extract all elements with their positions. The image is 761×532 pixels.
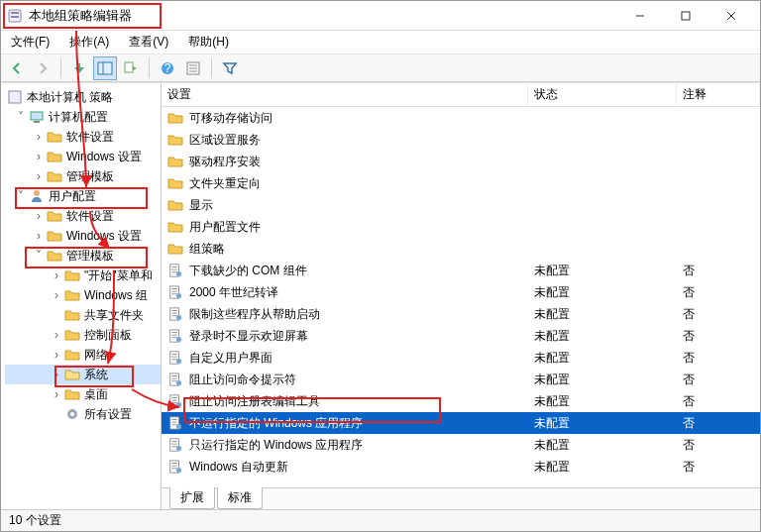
column-header-state[interactable]: 状态 [528,83,677,106]
setting-icon [167,459,183,475]
expand-icon[interactable]: › [33,151,45,162]
expand-icon[interactable]: › [51,349,62,361]
cell-name: 限制这些程序从帮助启动 [162,306,528,323]
svg-point-31 [176,359,181,364]
list-item-state: 未配置 [528,284,677,301]
gpedit-window: 本地组策略编辑器 文件(F) 操作(A) 查看(V) 帮助(H) ? 本地计算 [0,0,761,532]
list-row[interactable]: 显示 [162,194,760,216]
menu-file[interactable]: 文件(F) [5,32,55,53]
list-row[interactable]: 自定义用户界面未配置否 [162,347,760,369]
list-row[interactable]: Windows 自动更新未配置否 [162,456,760,478]
cell-name: 驱动程序安装 [162,154,528,170]
settings-icon [64,406,80,422]
folder-icon [64,327,80,343]
expand-icon[interactable]: › [33,210,45,222]
properties-button[interactable] [181,56,205,80]
filter-button[interactable] [218,56,242,80]
expand-icon[interactable]: › [33,131,45,143]
help-button[interactable]: ? [156,56,179,80]
list-row[interactable]: 阻止访问命令提示符未配置否 [162,369,760,390]
setting-icon [167,328,183,344]
folder-icon [167,154,183,169]
folder-icon [167,132,183,148]
status-bar: 10 个设置 [1,509,760,531]
close-button[interactable] [708,2,754,30]
list-row[interactable]: 登录时不显示欢迎屏幕未配置否 [162,325,760,347]
list-item-note: 否 [677,306,760,323]
list-pane: 设置 状态 注释 可移动存储访问区域设置服务驱动程序安装文件夹重定向显示用户配置… [162,83,760,509]
list-body[interactable]: 可移动存储访问区域设置服务驱动程序安装文件夹重定向显示用户配置文件组策略下载缺少… [162,107,760,487]
annotation-box-system [54,366,134,387]
annotation-arrow-2 [80,209,140,255]
list-item-state: 未配置 [528,263,677,279]
expand-icon[interactable]: › [51,329,62,341]
setting-icon [167,437,183,453]
folder-icon [167,110,183,126]
annotation-arrow-1 [56,29,136,197]
tree-label: 桌面 [84,386,108,403]
back-button[interactable] [5,56,29,80]
setting-icon [167,350,183,366]
setting-icon [167,306,183,322]
list-row[interactable]: 2000 年世纪转译未配置否 [162,281,760,303]
list-row[interactable]: 驱动程序安装 [162,151,760,172]
menu-help[interactable]: 帮助(H) [182,32,235,53]
column-label: 状态 [534,86,558,103]
expand-icon[interactable]: › [51,289,62,301]
folder-icon [64,287,80,303]
column-label: 设置 [167,86,191,103]
folder-icon [64,307,80,323]
list-item-state: 未配置 [528,306,677,323]
svg-rect-16 [9,91,21,103]
list-item-name: 区域设置服务 [189,132,261,149]
list-item-name: 显示 [189,197,213,214]
expand-icon[interactable]: › [33,170,45,182]
toolbar-separator [149,58,150,78]
svg-point-23 [176,271,181,276]
expand-icon[interactable]: › [51,269,62,281]
list-item-note: 否 [677,372,760,388]
column-header-name[interactable]: 设置 [162,83,528,106]
svg-point-25 [176,293,181,298]
column-header-note[interactable]: 注释 [677,83,760,106]
expand-icon[interactable]: › [33,230,45,242]
tab-extended[interactable]: 扩展 [169,487,215,509]
list-row[interactable]: 可移动存储访问 [162,107,760,129]
list-item-state: 未配置 [528,437,677,454]
list-row[interactable]: 区域设置服务 [162,129,760,151]
list-item-note: 否 [677,393,760,410]
folder-icon [64,386,80,402]
toolbar-separator [211,58,212,78]
cell-name: 自定义用户界面 [162,350,528,367]
list-item-name: Windows 自动更新 [189,459,288,476]
forward-button[interactable] [31,56,54,80]
list-row[interactable]: 只运行指定的 Windows 应用程序未配置否 [162,434,760,456]
list-item-name: 驱动程序安装 [189,154,261,170]
list-row[interactable]: 用户配置文件 [162,216,760,238]
svg-point-37 [176,424,181,429]
list-row[interactable]: 组策略 [162,238,760,260]
tabs-row: 扩展 标准 [162,487,760,509]
collapse-icon[interactable]: ˅ [15,111,27,123]
list-row[interactable]: 文件夹重定向 [162,172,760,194]
list-item-note: 否 [677,284,760,301]
list-item-name: 只运行指定的 Windows 应用程序 [189,437,363,454]
folder-icon [167,219,183,235]
cell-name: 组策略 [162,241,528,258]
tab-standard[interactable]: 标准 [217,487,263,509]
svg-point-39 [176,446,181,451]
maximize-button[interactable] [663,2,708,30]
list-item-name: 限制这些程序从帮助启动 [189,306,320,323]
annotation-arrow-3 [104,268,163,368]
list-item-state: 未配置 [528,328,677,345]
annotation-box-title [3,3,162,29]
list-item-state: 未配置 [528,415,677,432]
minimize-button[interactable] [617,2,663,30]
list-row[interactable]: 限制这些程序从帮助启动未配置否 [162,303,760,325]
list-item-name: 2000 年世纪转译 [189,284,278,301]
list-item-note: 否 [677,459,760,476]
folder-icon [167,197,183,213]
expand-icon[interactable]: › [51,388,62,400]
cell-name: 显示 [162,197,528,214]
list-row[interactable]: 下载缺少的 COM 组件未配置否 [162,260,760,281]
